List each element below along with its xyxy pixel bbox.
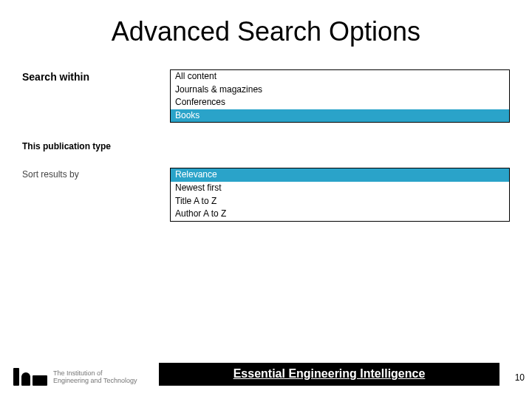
search-within-label: Search within: [22, 69, 170, 83]
footer-bar: Essential Engineering Intelligence: [159, 363, 499, 386]
sort-by-listbox[interactable]: Relevance Newest first Title A to Z Auth…: [170, 168, 510, 221]
list-item[interactable]: Newest first: [171, 182, 509, 195]
list-item-selected[interactable]: Relevance: [171, 168, 509, 182]
list-item[interactable]: Journals & magazines: [171, 83, 509, 97]
iet-logo-text: The Institution of Engineering and Techn…: [53, 369, 137, 385]
sort-by-label: Sort results by: [22, 168, 170, 180]
search-within-row: Search within All content Journals & mag…: [22, 69, 510, 123]
search-options-area: Search within All content Journals & mag…: [0, 69, 532, 222]
list-item[interactable]: Conferences: [171, 96, 509, 109]
footer: The Institution of Engineering and Techn…: [0, 363, 532, 386]
list-item-selected[interactable]: Books: [171, 109, 509, 123]
list-item[interactable]: Author A to Z: [171, 208, 509, 221]
page-number: 10: [499, 372, 532, 386]
list-item[interactable]: Title A to Z: [171, 195, 509, 208]
search-within-listbox[interactable]: All content Journals & magazines Confere…: [170, 69, 510, 123]
iet-logo-mark: [13, 368, 47, 386]
page-title: Advanced Search Options: [0, 16, 532, 47]
logo-line1: The Institution of: [53, 369, 137, 377]
iet-logo: The Institution of Engineering and Techn…: [0, 368, 159, 386]
logo-line2: Engineering and Technology: [53, 377, 137, 384]
pub-type-row: This publication type: [22, 139, 510, 151]
sort-by-row: Sort results by Relevance Newest first T…: [22, 168, 510, 221]
pub-type-label: This publication type: [22, 139, 170, 151]
list-item[interactable]: All content: [171, 70, 509, 83]
